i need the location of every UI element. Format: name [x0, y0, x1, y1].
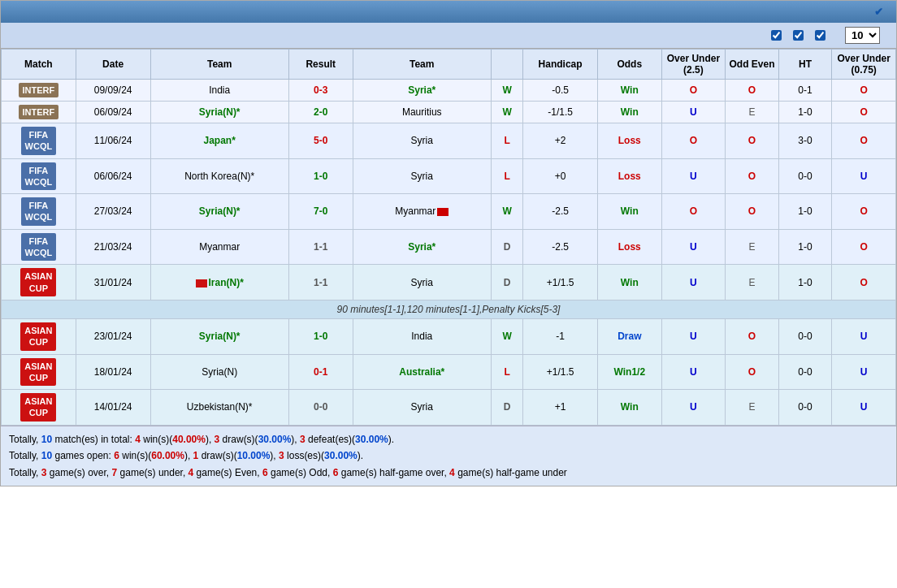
ou075-cell: O [832, 229, 896, 265]
team2-name: Syria [411, 135, 433, 146]
asiancup-checkbox[interactable] [815, 30, 826, 41]
oddeven-cell: E [726, 265, 779, 300]
match-result: 5-0 [288, 123, 353, 159]
fifawcql-checkbox[interactable] [793, 30, 804, 41]
match-badge: FIFAWCQL [21, 162, 57, 191]
odds-cell: Loss [597, 158, 661, 194]
ou25-value: U [690, 241, 697, 253]
team1-name: Japan* [204, 135, 236, 146]
handicap-cell: +0 [523, 158, 598, 194]
result-score: 0-1 [314, 366, 327, 378]
ou25-cell: O [661, 123, 726, 159]
odds-value: Win [621, 106, 639, 118]
header: ✔ [1, 1, 896, 23]
th-handicap: Handicap [523, 50, 598, 80]
filter-interf[interactable] [771, 30, 785, 41]
ou25-value: U [690, 277, 697, 288]
wdl-cell: W [491, 194, 522, 230]
wdl-value: W [502, 205, 511, 217]
oddeven-cell: O [726, 194, 779, 230]
filter-asiancup[interactable] [815, 30, 829, 41]
team1-name: Syria(N)* [199, 331, 240, 342]
ou075-value: U [860, 401, 868, 413]
summary-open-wins-pct: 60.00% [151, 450, 184, 461]
th-ou25: Over Under (2.5) [661, 50, 726, 80]
team1-name: Syria(N)* [199, 106, 240, 118]
oddeven-cell: O [726, 318, 779, 354]
match-result: 0-3 [288, 80, 353, 102]
odds-value: Win [621, 84, 639, 96]
ou25-cell: U [661, 354, 726, 390]
team1: Japan* [150, 123, 288, 159]
ou075-value: O [860, 84, 867, 96]
match-type-cell: INTERF [2, 80, 76, 102]
summary-draws-pct: 30.00% [258, 434, 292, 445]
th-ht: HT [778, 50, 832, 80]
odds-value: Loss [618, 171, 641, 182]
ou25-value: O [690, 84, 697, 96]
ht-cell: 0-0 [778, 318, 832, 354]
oddeven-value: O [748, 205, 756, 217]
ht-cell: 0-0 [778, 390, 832, 426]
ht-cell: 1-0 [778, 265, 832, 300]
match-type-cell: FIFAWCQL [2, 123, 76, 159]
match-badge: INTERF [19, 105, 59, 119]
games-select[interactable]: 10 5 15 20 [845, 27, 880, 44]
wdl-cell: W [491, 80, 522, 102]
ou075-value: O [860, 277, 867, 288]
wdl-value: L [504, 135, 509, 146]
result-score: 2-0 [314, 106, 327, 118]
iran-flag [196, 279, 207, 288]
summary-open-draws: 1 [193, 450, 199, 461]
match-type-cell: FIFAWCQL [2, 158, 76, 194]
ht-cell: 1-0 [778, 194, 832, 230]
wdl-value: D [504, 401, 511, 413]
ou25-cell: U [661, 229, 726, 265]
oddeven-value: E [748, 241, 755, 253]
wdl-value: W [502, 331, 511, 342]
odds-cell: Win [597, 265, 661, 300]
match-date: 23/01/24 [76, 318, 150, 354]
wdl-value: W [502, 106, 511, 118]
scores-table: Match Date Team Result Team Handicap Odd… [1, 49, 896, 426]
odds-value: Win [621, 401, 639, 413]
match-type-cell: ASIANCUP [2, 354, 76, 390]
ou25-cell: U [661, 390, 726, 426]
oddeven-cell: O [726, 80, 779, 102]
ou075-value: O [860, 135, 867, 146]
team1: Syria(N)* [150, 102, 288, 123]
handicap-cell: -1/1.5 [523, 102, 598, 123]
team1-name: India [209, 84, 230, 96]
match-type-cell: INTERF [2, 102, 76, 123]
team1: India [150, 80, 288, 102]
oddeven-cell: O [726, 354, 779, 390]
result-score: 1-1 [314, 277, 327, 288]
match-badge: ASIANCUP [20, 358, 56, 387]
summary-draws: 3 [214, 434, 220, 445]
handicap-cell: +2 [523, 123, 598, 159]
th-team1: Team [150, 50, 288, 80]
filter-fifawcql[interactable] [793, 30, 807, 41]
interf-checkbox[interactable] [771, 30, 782, 41]
summary-wins-pct: 40.00% [172, 434, 206, 445]
ou25-value: O [690, 135, 697, 146]
summary-line1: Totally, 10 match(es) in total: 4 win(s)… [9, 431, 888, 447]
oddeven-value: E [748, 106, 755, 118]
ou25-cell: U [661, 158, 726, 194]
ou25-value: U [690, 401, 697, 413]
odds-cell: Win [597, 102, 661, 123]
result-score: 5-0 [314, 135, 327, 146]
match-badge: FIFAWCQL [21, 197, 57, 226]
ou25-value: U [690, 106, 697, 118]
result-score: 0-3 [314, 84, 327, 96]
wdl-cell: W [491, 318, 522, 354]
handicap-cell: +1/1.5 [523, 265, 598, 300]
match-date: 06/06/24 [76, 158, 150, 194]
main-container: ✔ 10 5 15 20 Match Date [0, 0, 897, 486]
ou075-value: U [860, 366, 868, 378]
match-result: 1-0 [288, 318, 353, 354]
team1-name: Uzbekistan(N)* [187, 401, 253, 413]
team1-name: Syria(N)* [199, 205, 240, 217]
team1: Syria(N)* [150, 318, 288, 354]
oddeven-value: O [748, 171, 756, 182]
